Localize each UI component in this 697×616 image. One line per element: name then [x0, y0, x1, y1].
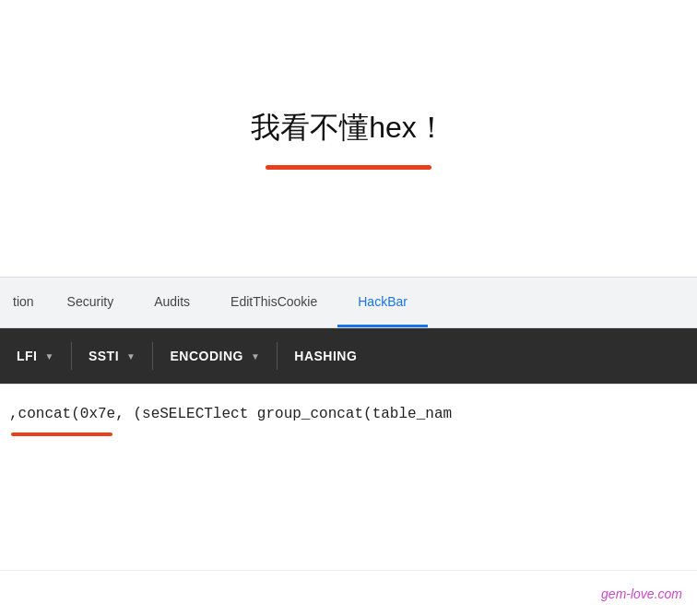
- red-underline-decoration: [266, 165, 431, 170]
- toolbar-hashing[interactable]: HASHING: [278, 328, 373, 384]
- tab-audits[interactable]: Audits: [134, 278, 210, 327]
- bottom-bar: gem-love.com: [0, 570, 697, 616]
- ssti-dropdown-arrow: ▼: [126, 351, 136, 361]
- chinese-title: 我看不懂hex！: [251, 108, 446, 148]
- tab-security[interactable]: Security: [47, 278, 135, 327]
- sql-input-text[interactable]: ,concat(0x7e, (seSELECTlect group_concat…: [9, 403, 682, 427]
- hackbar-toolbar: LFI ▼ SSTI ▼ ENCODING ▼ HASHING: [0, 328, 697, 384]
- devtools-tabbar: tion Security Audits EditThisCookie Hack…: [0, 277, 697, 328]
- sql-underline-decoration: [11, 432, 112, 436]
- toolbar-encoding[interactable]: ENCODING ▼: [153, 328, 277, 384]
- sql-area: ,concat(0x7e, (seSELECTlect group_concat…: [0, 384, 697, 494]
- tab-hackbar[interactable]: HackBar: [337, 278, 428, 327]
- top-area: 我看不懂hex！: [0, 0, 697, 277]
- tab-tion[interactable]: tion: [0, 278, 47, 327]
- toolbar-ssti[interactable]: SSTI ▼: [72, 328, 153, 384]
- tab-editthiscookie[interactable]: EditThisCookie: [210, 278, 337, 327]
- lfi-dropdown-arrow: ▼: [45, 351, 54, 361]
- encoding-dropdown-arrow: ▼: [251, 351, 260, 361]
- toolbar-lfi[interactable]: LFI ▼: [0, 328, 71, 384]
- watermark-text: gem-love.com: [601, 586, 682, 601]
